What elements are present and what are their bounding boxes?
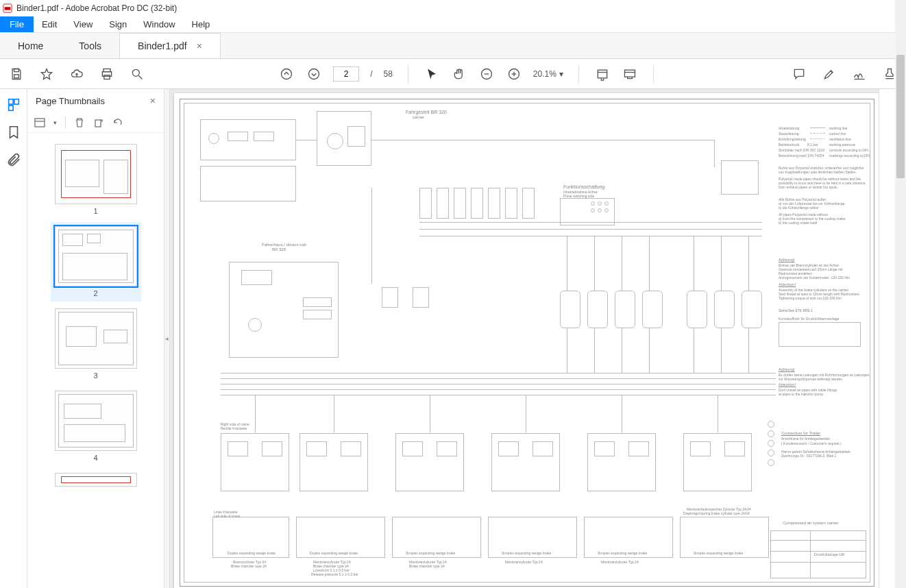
svg-point-8 [132,69,139,76]
zoom-dropdown[interactable]: 20.1%▾ [533,69,563,79]
svg-marker-12 [428,69,436,79]
thumbnail-number: 1 [93,207,97,215]
legend-vent: ventilation line [829,137,851,141]
menu-file[interactable]: File [0,16,34,32]
reading-mode-button[interactable] [622,66,638,82]
rotate-page-ccw-button[interactable] [112,117,123,128]
delete-page-button[interactable] [74,117,85,128]
duplex-label-2: Duplex expanding wedge brake [310,551,358,555]
note-pyro2-en3: b) the cooling snake itself [779,221,817,225]
select-tool-button[interactable] [424,66,440,82]
crane-side-de: Rechte Kranseite [221,426,247,430]
svg-rect-18 [598,70,607,78]
svg-marker-4 [42,69,52,79]
legend-de-a: Arbeitsleitung [779,126,799,130]
thumbnail-page-3[interactable]: 3 [51,304,141,384]
tab-tools[interactable]: Tools [61,33,119,58]
tab-home[interactable]: Home [0,33,61,58]
svg-rect-29 [95,120,101,127]
page-number-input[interactable] [333,66,359,82]
menu-sign[interactable]: Sign [101,16,135,32]
zoom-in-button[interactable] [506,66,522,82]
sign-button[interactable] [851,66,868,82]
svg-rect-24 [8,99,12,104]
svg-point-10 [282,69,292,79]
hand-tool-button[interactable] [451,66,467,82]
note-inj-en2: at pipes to the injection pump [779,392,823,396]
svg-rect-27 [35,119,45,127]
document-viewer[interactable]: Fahrgestell BR 326 carrier Fahrerhaus / … [170,89,879,588]
toolbar-separator [653,65,654,83]
page-down-button[interactable] [306,66,322,82]
legend-press: working pressure [829,143,855,147]
release-p-en: Release pressure 5,1 ± 0,3 bar [311,572,358,576]
thumbnail-number: 2 [93,289,97,297]
brake-label-3b: Brake chamber type 24 [409,564,445,568]
simplex-label-3: Simplex expanding wedge brake [406,551,455,555]
thumbnail-page-5[interactable] [51,469,141,491]
svg-rect-3 [14,74,19,77]
thumbnail-page-4[interactable]: 4 [51,387,141,466]
page-up-button[interactable] [278,66,295,82]
svg-rect-20 [624,70,635,77]
legend-bar: 8,1 bar [807,143,818,147]
window-title: Binder1.pdf - Adobe Acrobat Pro DC (32-b… [16,3,177,13]
tb-de: Druckluftanlage UW [814,552,844,556]
membr-label-en: Diaphragm/spring brake cylinder type 24/… [683,511,750,515]
menu-window[interactable]: Window [135,16,183,32]
duplex-label-1: Duplex expanding wedge brake [228,551,276,555]
document-tabs: Home Tools Binder1.pdf × [0,33,906,59]
main-area: Page Thumbnails × ▾ 1 2 3 [0,89,906,588]
print-button[interactable] [99,66,115,82]
search-button[interactable] [129,66,145,82]
attention-en-1: Attention! [779,282,796,286]
svg-rect-26 [8,106,12,110]
conn-title: Connection for Trailer [781,431,820,435]
star-button[interactable] [38,66,55,82]
menu-edit[interactable]: Edit [34,16,65,32]
chevron-down-icon[interactable]: ▾ [53,119,57,126]
thumb-options-button[interactable] [34,117,45,128]
thumbnail-list[interactable]: 1 2 3 4 [27,133,164,588]
tab-document[interactable]: Binder1.pdf × [119,33,221,58]
conn-de: Anschlüsse für Anhängerbetrieb [781,437,830,441]
schematic-title: Fahrgestell BR 326 [406,110,447,114]
simplex-label-6: Simplex expanding wedge brake [694,551,743,555]
legend-sym: symbols according to DIN [829,148,868,152]
svg-rect-1 [5,7,11,10]
highlight-button[interactable] [821,66,837,82]
comment-button[interactable] [791,66,807,82]
rotate-page-button[interactable] [93,117,104,128]
note-pyro2-de3: b) die Kühlschlange selbst [779,206,818,210]
fit-width-button[interactable] [594,66,611,82]
attention-en-2: Attention! [779,382,796,387]
func-title: Funktionsschaltung [563,184,604,189]
conn-ref2: Zeichnungs-Nr.: 03177186-2, Blatt 1 [781,454,836,458]
menu-help[interactable]: Help [184,16,219,32]
save-button[interactable] [8,66,25,82]
svg-point-11 [309,69,319,79]
close-tab-icon[interactable]: × [197,40,202,51]
thumbnail-page-2[interactable]: 2 [51,222,141,302]
thumbnail-page-1[interactable]: 1 [51,140,141,219]
bookmark-rail-button[interactable] [6,125,21,140]
legend-de-e: Entlüftungsleitung [779,137,806,141]
close-panel-icon[interactable]: × [150,95,156,106]
zoom-out-button[interactable] [478,66,495,82]
note-pyro-en3: from exhaust pipes or similar hot spots. [779,185,838,189]
thumbnails-rail-button[interactable] [6,97,21,112]
cab-ref: BR 328 [272,247,286,252]
attachment-rail-button[interactable] [6,152,21,167]
legend-de-sn: Sinnbilder nach DIN ISO 1219 [779,148,824,152]
menu-view[interactable]: View [65,16,101,32]
pdf-file-icon [3,3,12,13]
note-pyro-de2: von Kupplstellungen oder ähnlichen heiße… [779,170,857,174]
collapse-panel-handle[interactable]: ◂ [164,89,170,588]
legend-de-s: Steuerleitung [779,132,798,136]
toolbar-separator [578,65,579,83]
left-nav-rail [0,89,27,588]
cloud-button[interactable] [69,66,85,82]
thumbnail-scrollbar[interactable] [895,0,906,588]
simplex-label-4: Simplex expanding wedge brake [502,551,551,555]
legend-de-k: Bezeichnung nach DIN 74254 [779,154,824,158]
